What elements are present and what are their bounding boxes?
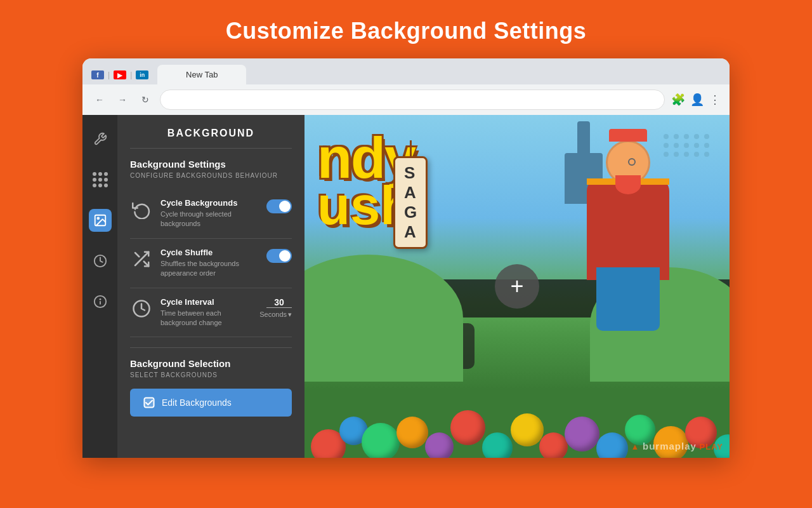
reload-button[interactable]: ↻ bbox=[137, 91, 154, 108]
edit-backgrounds-label: Edit Backgrounds bbox=[162, 398, 232, 408]
game-background: ndy ush S A G A bbox=[304, 115, 730, 458]
cycle-backgrounds-desc: Cycle through selected backgrounds bbox=[160, 210, 259, 229]
bg-selection-sub: SELECT BACKGROUNDS bbox=[130, 371, 292, 378]
back-button[interactable]: ← bbox=[91, 91, 108, 108]
cycle-shuffle-desc: Shuffles the backgrounds appearance orde… bbox=[160, 259, 259, 279]
bookmarks-bar: f | ▶ | in bbox=[91, 70, 154, 84]
address-bar[interactable] bbox=[160, 90, 665, 110]
forward-button[interactable]: → bbox=[114, 91, 131, 108]
edit-backgrounds-button[interactable]: Edit Backgrounds bbox=[130, 389, 292, 417]
cycle-shuffle-toggle[interactable] bbox=[266, 249, 292, 263]
toolbar-icons: 🧩 👤 ⋮ bbox=[671, 93, 721, 107]
section-title-bg-settings: Background Settings bbox=[130, 159, 292, 170]
add-background-button[interactable]: + bbox=[495, 264, 539, 309]
settings-panel: BACKGROUND Background Settings CONFIGURE… bbox=[117, 115, 304, 458]
watermark: ▲ burmaplay PLAY bbox=[631, 441, 723, 451]
profile-icon[interactable]: 👤 bbox=[690, 93, 704, 107]
browser-tab-bar: f | ▶ | in New Tab bbox=[82, 58, 730, 84]
extensions-icon[interactable]: 🧩 bbox=[671, 93, 685, 107]
cycle-shuffle-icon bbox=[130, 248, 153, 271]
cycle-backgrounds-setting: Cycle Backgrounds Cycle through selected… bbox=[130, 189, 292, 239]
svg-line-8 bbox=[135, 253, 139, 257]
sidebar-icon-wrench[interactable] bbox=[89, 128, 112, 150]
interval-value[interactable]: 30 bbox=[266, 297, 292, 308]
sidebar-icon-grid[interactable] bbox=[89, 168, 112, 191]
sep2: | bbox=[130, 70, 132, 79]
checkbox-icon bbox=[143, 396, 155, 409]
menu-icon[interactable]: ⋮ bbox=[709, 93, 721, 107]
cycle-backgrounds-icon bbox=[130, 198, 153, 221]
cycle-interval-setting: Cycle Interval Time between each backgro… bbox=[130, 288, 292, 338]
youtube-bookmark[interactable]: ▶ bbox=[114, 70, 126, 79]
page-title: Customize Background Settings bbox=[0, 0, 812, 58]
cycle-interval-desc: Time between each background change bbox=[160, 309, 252, 328]
main-content: ndy ush S A G A bbox=[304, 115, 730, 458]
section-subtitle-configure: CONFIGURE BACKGROUNDS BEHAVIOUR bbox=[130, 172, 292, 179]
browser-toolbar: ← → ↻ 🧩 👤 ⋮ bbox=[82, 84, 730, 115]
cycle-shuffle-name: Cycle Shuffle bbox=[160, 248, 259, 257]
section-divider bbox=[130, 347, 292, 348]
character bbox=[565, 140, 691, 382]
sidebar-icons bbox=[82, 115, 117, 458]
facebook-bookmark[interactable]: f bbox=[91, 70, 104, 79]
svg-point-1 bbox=[97, 217, 99, 219]
interval-control: 30 Seconds ▾ bbox=[259, 297, 292, 319]
linkedin-bookmark[interactable]: in bbox=[136, 70, 148, 79]
sidebar-icon-info[interactable] bbox=[89, 290, 112, 313]
plus-icon: + bbox=[510, 273, 523, 300]
browser-window: f | ▶ | in New Tab ← → ↻ 🧩 👤 ⋮ bbox=[82, 58, 730, 458]
cycle-interval-info: Cycle Interval Time between each backgro… bbox=[160, 297, 252, 328]
bg-selection-title: Background Selection bbox=[130, 358, 292, 369]
hill-left bbox=[304, 255, 463, 382]
cycle-backgrounds-info: Cycle Backgrounds Cycle through selected… bbox=[160, 198, 259, 229]
panel-title: BACKGROUND bbox=[130, 128, 292, 149]
sep1: | bbox=[108, 70, 110, 79]
cycle-interval-icon bbox=[130, 297, 153, 320]
cycle-backgrounds-toggle[interactable] bbox=[266, 199, 292, 213]
sign-element: S A G A bbox=[393, 140, 428, 249]
browser-content: BACKGROUND Background Settings CONFIGURE… bbox=[82, 115, 730, 458]
cycle-interval-name: Cycle Interval bbox=[160, 297, 252, 307]
sidebar-icon-clock[interactable] bbox=[89, 250, 112, 272]
interval-unit[interactable]: Seconds ▾ bbox=[259, 311, 292, 319]
cycle-shuffle-info: Cycle Shuffle Shuffles the backgrounds a… bbox=[160, 248, 259, 279]
active-tab[interactable]: New Tab bbox=[157, 65, 246, 84]
cycle-backgrounds-name: Cycle Backgrounds bbox=[160, 198, 259, 208]
sidebar-icon-image[interactable] bbox=[89, 209, 112, 232]
cycle-shuffle-setting: Cycle Shuffle Shuffles the backgrounds a… bbox=[130, 239, 292, 288]
